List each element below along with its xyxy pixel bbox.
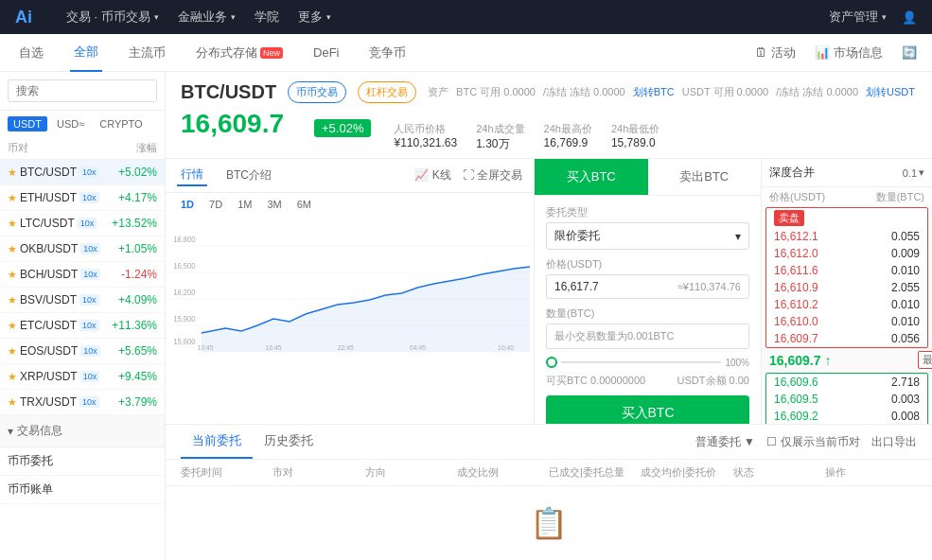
pair-item-okbusdt[interactable]: ★ OKB/USDT 10x +1.05%: [0, 236, 165, 262]
nav-finance[interactable]: 金融业务 ▾: [178, 9, 236, 26]
pair-change: +5.02%: [118, 166, 157, 179]
bid-price: 16,609.2: [774, 410, 818, 423]
time-btn-1d[interactable]: 1D: [177, 197, 198, 212]
mid-price-label: 最新成交价: [918, 351, 932, 369]
nav-academy[interactable]: 学院: [255, 9, 279, 26]
buy-btc-button[interactable]: 买入BTC: [546, 395, 749, 424]
pair-change: +4.17%: [118, 191, 157, 204]
tab-sell-btc[interactable]: 卖出BTC: [648, 159, 762, 195]
pair-item-etcusdt[interactable]: ★ ETC/USDT 10x +11.36%: [0, 313, 165, 339]
ask-row[interactable]: 16,610.0 0.010: [766, 313, 927, 330]
sidebar-tab-crypto[interactable]: CRYPTO: [94, 116, 148, 131]
nav-activity[interactable]: 🗓 活动: [755, 44, 796, 61]
time-btn-3m[interactable]: 3M: [263, 197, 285, 212]
order-type-filter[interactable]: 普通委托 ▼: [695, 434, 755, 450]
ask-qty: 0.010: [891, 264, 920, 277]
depth-select[interactable]: 0.1 ▾: [903, 166, 924, 179]
tab-watchlist[interactable]: 自选: [15, 34, 47, 72]
pair-change: -1.24%: [121, 268, 157, 281]
tab-current-orders[interactable]: 当前委托: [181, 425, 253, 459]
tab-history-orders[interactable]: 历史委托: [253, 425, 325, 459]
trade-panel-tabs: 买入BTC 卖出BTC: [535, 159, 761, 196]
tab-buy-btc[interactable]: 买入BTC: [535, 159, 648, 195]
nav-asset-mgmt[interactable]: 资产管理 ▾: [829, 9, 887, 26]
spot-trade-btn[interactable]: 币币交易: [288, 81, 346, 103]
fullscreen-action[interactable]: ⛶ 全屏交易: [463, 167, 522, 184]
sidebar-tab-usd[interactable]: USD≈: [51, 116, 90, 131]
pair-item-trxusdt[interactable]: ★ TRX/USDT 10x +3.79%: [0, 390, 165, 415]
price-input[interactable]: 16,617.7 ≈¥110,374.76: [546, 274, 749, 299]
tab-defi[interactable]: DeFi: [309, 34, 343, 72]
kline-action[interactable]: 📈 K线: [414, 167, 450, 184]
ask-row[interactable]: 16,612.1 0.055: [766, 228, 927, 245]
trade-form: 委托类型 限价委托 ▾ 价格(USDT) 16,617.7 ≈¥110,374.…: [535, 196, 761, 424]
tab-all[interactable]: 全部: [70, 34, 102, 72]
tab-market[interactable]: 行情: [177, 165, 207, 186]
export-btn[interactable]: 出口导出: [871, 434, 917, 450]
leverage-trade-btn[interactable]: 杠杆交易: [358, 81, 416, 103]
pair-badge: 10x: [80, 243, 100, 254]
tab-mainstream[interactable]: 主流币: [125, 34, 169, 72]
nav-refresh[interactable]: 🔄: [902, 45, 917, 60]
bottom-orders: 当前委托 历史委托 普通委托 ▼ ☐ 仅展示当前币对 出口导出 委托时间 市对: [166, 424, 932, 560]
pair-name: ★ EOS/USDT 10x: [8, 344, 100, 358]
ask-qty: 0.010: [891, 315, 920, 328]
chevron-down-icon: ▾: [326, 12, 331, 22]
ask-row[interactable]: 16,612.0 0.009: [766, 245, 927, 262]
pair-item-ethusdt[interactable]: ★ ETH/USDT 10x +4.17%: [0, 185, 165, 211]
bid-row[interactable]: 16,609.6 2.718: [766, 374, 927, 391]
time-buttons: 1D 7D 1M 3M 6M: [166, 193, 534, 216]
pct-100-btn[interactable]: 100%: [725, 358, 749, 368]
mid-price-display: 16,609.7 ↑: [769, 353, 924, 368]
nav-more[interactable]: 更多 ▾: [298, 9, 331, 26]
bid-row[interactable]: 16,609.2 0.008: [766, 408, 927, 424]
pair-item-bchusdt[interactable]: ★ BCH/USDT 10x -1.24%: [0, 262, 165, 288]
empty-icon: 📋: [530, 505, 568, 541]
time-btn-7d[interactable]: 7D: [205, 197, 226, 212]
ask-row[interactable]: 16,611.6 0.010: [766, 262, 927, 279]
order-type-select[interactable]: 限价委托 ▾: [546, 222, 749, 250]
search-input[interactable]: [8, 79, 157, 102]
ask-row[interactable]: 16,609.7 0.056: [766, 330, 927, 347]
convert-usdt-link[interactable]: 划转USDT: [866, 85, 915, 99]
tab-competition[interactable]: 竞争币: [365, 34, 410, 72]
current-pair-checkbox[interactable]: ☐ 仅展示当前币对: [766, 434, 860, 450]
tab-distributed[interactable]: 分布式存储 New: [192, 34, 287, 72]
pair-item-btcusdt[interactable]: ★ BTC/USDT 10x +5.02%: [0, 160, 165, 185]
pair-item-ltcusdt[interactable]: ★ LTC/USDT 10x +13.52%: [0, 211, 165, 236]
sidebar-tab-usdt[interactable]: USDT: [8, 116, 47, 131]
order-book-header: 深度合并 0.1 ▾: [762, 159, 932, 187]
col-status: 状态: [733, 465, 825, 480]
tab-btc-intro[interactable]: BTC介绍: [222, 166, 275, 185]
pair-badge: 10x: [80, 371, 100, 382]
star-icon: ★: [8, 294, 17, 306]
slider-handle[interactable]: [546, 357, 557, 368]
chevron-down-icon: ▾: [231, 12, 236, 22]
ask-qty: 0.009: [891, 247, 920, 260]
ask-qty: 0.055: [891, 230, 920, 243]
pair-col-header: 币对: [8, 141, 28, 155]
nav-trade[interactable]: 交易 · 币币交易 ▾: [66, 9, 159, 26]
nav-user[interactable]: 👤: [902, 10, 917, 25]
cny-price: 人民币价格 ¥110,321.63: [394, 122, 457, 152]
sidebar-item-order[interactable]: 币币委托: [0, 447, 165, 476]
ask-price: 16,612.1: [774, 230, 818, 243]
convert-btc-link[interactable]: 划转BTC: [633, 85, 675, 99]
pair-item-xrpusdt[interactable]: ★ XRP/USDT 10x +9.45%: [0, 364, 165, 390]
bid-row[interactable]: 16,609.5 0.003: [766, 391, 927, 408]
ask-row[interactable]: 16,610.9 2.055: [766, 279, 927, 296]
ask-row[interactable]: 16,610.2 0.010: [766, 296, 927, 313]
qty-input[interactable]: 最小交易数量为0.001BTC: [546, 324, 749, 349]
order-book-title: 深度合并: [769, 165, 815, 181]
pair-badge: 10x: [79, 320, 99, 331]
ob-col-headers: 价格(USDT) 数量(BTC): [762, 187, 932, 207]
middle-section: 行情 BTC介绍 📈 K线 ⛶ 全屏交易 1D: [166, 159, 932, 424]
time-btn-6m[interactable]: 6M: [293, 197, 315, 212]
pair-item-bsvusdt[interactable]: ★ BSV/USDT 10x +4.09%: [0, 288, 165, 313]
pair-item-eosusdt[interactable]: ★ EOS/USDT 10x +5.65%: [0, 339, 165, 364]
nav-market-info[interactable]: 📊 市场信息: [815, 44, 883, 61]
chart-area: 行情 BTC介绍 📈 K线 ⛶ 全屏交易 1D: [166, 159, 535, 424]
time-btn-1m[interactable]: 1M: [234, 197, 255, 212]
sidebar-item-account[interactable]: 币币账单: [0, 476, 165, 504]
chevron-down-icon: ▾: [919, 166, 924, 179]
